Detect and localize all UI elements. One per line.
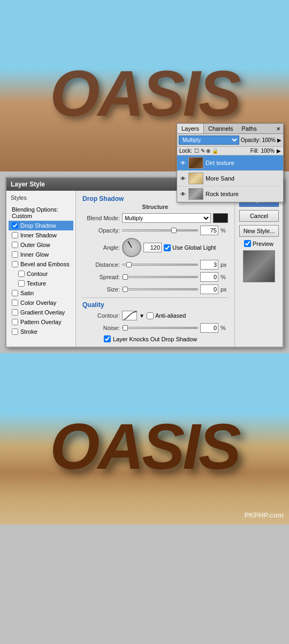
preview-checkbox[interactable] (244, 240, 251, 247)
size-label: Size: (82, 286, 120, 293)
layer-name-sand: More Sand (206, 175, 234, 182)
texture-label: Texture (27, 280, 46, 287)
style-item-drop-shadow[interactable]: Drop Shadow (9, 221, 73, 230)
layer-item-sand[interactable]: 👁 More Sand (177, 171, 283, 186)
contour-label: Contour (27, 271, 48, 277)
eye-icon-sand[interactable]: 👁 (179, 175, 187, 182)
cancel-button[interactable]: Cancel (239, 210, 279, 222)
distance-slider[interactable] (122, 264, 198, 266)
outer-glow-checkbox[interactable] (12, 242, 18, 248)
style-item-color-overlay[interactable]: Color Overlay (9, 298, 73, 308)
bevel-emboss-checkbox[interactable] (12, 261, 18, 267)
opacity-slider[interactable] (122, 229, 198, 231)
pattern-overlay-label: Pattern Overlay (20, 319, 61, 325)
eye-icon-dirt[interactable]: 👁 (179, 159, 187, 167)
watermark: PKPHP.com (245, 511, 284, 519)
fill-label: Fill: (250, 148, 259, 154)
angle-value-input[interactable] (143, 243, 162, 252)
distance-label: Distance: (82, 261, 120, 268)
pattern-overlay-checkbox[interactable] (12, 319, 18, 325)
stroke-label: Stroke (20, 328, 37, 335)
inner-glow-checkbox[interactable] (12, 251, 18, 258)
styles-panel: Styles Blending Options: Custom Drop Sha… (6, 191, 76, 347)
tab-channels[interactable]: Channels (204, 124, 237, 133)
style-item-contour[interactable]: Contour (9, 269, 73, 279)
size-slider[interactable] (122, 288, 198, 290)
layer-name-rock: Rock texture (206, 191, 239, 197)
opacity-value-input[interactable] (200, 226, 218, 235)
spread-unit: % (220, 274, 228, 280)
drop-shadow-color-swatch[interactable] (213, 213, 228, 223)
contour-label-form: Contour: (82, 312, 120, 319)
layer-thumb-rock (188, 188, 203, 200)
layers-panel: Layers Channels Paths ✕ Multiply Opacity… (177, 123, 284, 203)
layer-name-dirt: Dirt texture (206, 160, 234, 166)
style-item-inner-glow[interactable]: Inner Glow (9, 250, 73, 259)
distance-value-input[interactable] (200, 260, 218, 269)
lock-icon: ☐ ✎ ⊕ 🔒 (194, 148, 218, 154)
structure-title: Structure (82, 204, 228, 210)
drop-shadow-checkbox[interactable] (12, 222, 18, 229)
spread-value-input[interactable] (200, 272, 218, 282)
contour-dropdown-icon[interactable]: ▼ (139, 313, 144, 319)
size-unit: px (220, 286, 228, 293)
global-light-label: Use Global Light (164, 244, 216, 251)
satin-checkbox[interactable] (12, 290, 18, 296)
bottom-image-oasis-text: OASIS (50, 409, 239, 483)
style-item-pattern-overlay[interactable]: Pattern Overlay (9, 317, 73, 327)
noise-value-input[interactable] (200, 323, 218, 333)
contour-row: Contour: ▼ Anti-aliased (82, 311, 228, 320)
blend-mode-select[interactable]: Multiply (179, 136, 239, 145)
anti-aliased-checkbox[interactable] (147, 312, 154, 319)
outer-glow-label: Outer Glow (20, 242, 50, 248)
style-item-texture[interactable]: Texture (9, 279, 73, 288)
eye-icon-rock[interactable]: 👁 (179, 190, 187, 198)
effect-panel: Drop Shadow Structure Blend Mode: Multip… (76, 191, 234, 347)
close-icon[interactable]: ✕ (273, 125, 283, 133)
layer-item-dirt[interactable]: 👁 Dirt texture (177, 155, 283, 171)
anti-aliased-label: Anti-aliased (147, 312, 186, 319)
angle-dial[interactable] (122, 238, 141, 257)
contour-checkbox[interactable] (18, 271, 25, 277)
satin-label: Satin (20, 290, 34, 296)
drop-shadow-blend-select[interactable]: Multiply (122, 213, 211, 223)
style-item-blending[interactable]: Blending Options: Custom (9, 205, 73, 221)
style-item-stroke[interactable]: Stroke (9, 327, 73, 336)
layer-item-rock[interactable]: 👁 Rock texture (177, 186, 283, 202)
inner-shadow-checkbox[interactable] (12, 232, 18, 238)
fill-expand-icon: ▶ (277, 148, 281, 154)
use-global-light-checkbox[interactable] (164, 244, 171, 251)
new-style-button[interactable]: New Style... (239, 225, 279, 237)
style-item-inner-shadow[interactable]: Inner Shadow (9, 230, 73, 240)
tab-layers[interactable]: Layers (177, 124, 204, 133)
distance-unit: px (220, 261, 228, 268)
quality-divider (82, 297, 228, 298)
knocks-out-row: Layer Knocks Out Drop Shadow (82, 335, 228, 342)
spread-slider[interactable] (122, 276, 198, 278)
opacity-label: Opacity: (82, 227, 120, 234)
layer-thumb-sand (188, 173, 203, 184)
contour-preview[interactable] (122, 311, 137, 320)
tab-paths[interactable]: Paths (238, 124, 261, 133)
gradient-overlay-label: Gradient Overlay (20, 309, 65, 316)
style-item-satin[interactable]: Satin (9, 288, 73, 298)
noise-slider[interactable] (122, 327, 198, 329)
knocks-out-checkbox[interactable] (104, 335, 111, 342)
right-panel: OK Cancel New Style... Preview (234, 191, 283, 347)
layers-tabs: Layers Channels Paths ✕ (177, 124, 283, 134)
opacity-row: Opacity: % (82, 226, 228, 235)
stroke-checkbox[interactable] (12, 328, 18, 335)
gradient-overlay-checkbox[interactable] (12, 309, 18, 316)
size-row: Size: px (82, 284, 228, 294)
styles-header: Styles (9, 193, 73, 203)
color-overlay-checkbox[interactable] (12, 299, 18, 306)
preview-text: Preview (253, 241, 273, 247)
angle-label: Angle: (82, 244, 120, 251)
top-image-section: OASIS Layers Channels Paths ✕ Multiply O… (0, 0, 289, 171)
texture-checkbox[interactable] (18, 280, 25, 287)
dialog-title-text: Layer Style (11, 181, 45, 188)
style-item-bevel-emboss[interactable]: Bevel and Emboss (9, 259, 73, 269)
size-value-input[interactable] (200, 284, 218, 294)
style-item-outer-glow[interactable]: Outer Glow (9, 240, 73, 250)
style-item-gradient-overlay[interactable]: Gradient Overlay (9, 308, 73, 317)
